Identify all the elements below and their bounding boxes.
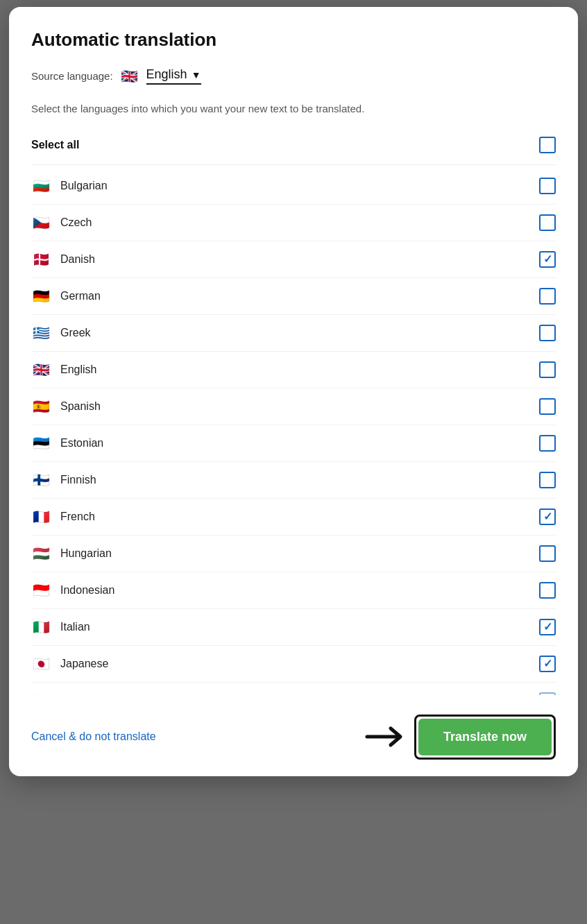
select-all-checkbox[interactable] [539,137,556,153]
list-item: 🇮🇹Italian [31,609,556,646]
list-item: 🇫🇮Finnish [31,462,556,499]
modal-footer: Cancel & do not translate Translate now [31,701,556,776]
lang-left: 🇩🇪German [31,289,101,303]
list-item: 🇬🇧English [31,352,556,388]
lang-flag-icon: 🇩🇰 [31,253,51,266]
lang-checkbox[interactable] [539,545,556,562]
lang-checkbox[interactable] [539,582,556,599]
lang-checkbox[interactable] [539,692,556,695]
lang-name: German [60,290,101,302]
source-language-label: Source language: [31,70,113,82]
modal-container: Automatic translation Source language: 🇬… [9,7,578,776]
lang-name: Korean [60,694,96,695]
list-item: 🇭🇺Hungarian [31,536,556,572]
lang-checkbox[interactable] [539,325,556,341]
lang-flag-icon: 🇮🇩 [31,583,51,597]
modal-title: Automatic translation [31,29,556,51]
lang-left: 🇫🇷French [31,510,95,524]
list-item: 🇨🇿Czech [31,205,556,241]
lang-flag-icon: 🇩🇪 [31,289,51,303]
translate-button-wrapper: Translate now [414,715,556,760]
list-item: 🇩🇰Danish [31,241,556,278]
list-item: 🇯🇵Japanese [31,646,556,683]
select-all-row: Select all [31,131,556,165]
lang-name: Japanese [60,658,108,670]
lang-checkbox[interactable] [539,656,556,672]
lang-left: 🇧🇬Bulgarian [31,179,108,193]
lang-checkbox[interactable] [539,398,556,415]
lang-left: 🇯🇵Japanese [31,657,108,671]
lang-name: Italian [60,621,90,633]
lang-name: Greek [60,327,91,339]
lang-flag-icon: 🇪🇸 [31,400,51,413]
lang-left: 🇬🇷Greek [31,326,91,340]
lang-left: 🇭🇺Hungarian [31,547,112,561]
list-item: 🇮🇩Indonesian [31,572,556,609]
lang-name: Danish [60,253,95,266]
dropdown-arrow-icon: ▼ [192,69,201,80]
lang-name: Estonian [60,437,103,450]
lang-name: English [60,363,96,376]
source-flag-icon: 🇬🇧 [120,69,139,83]
lang-flag-icon: 🇫🇷 [31,510,51,524]
lang-name: Finnish [60,474,96,486]
lang-left: 🇬🇧English [31,363,96,377]
lang-name: Czech [60,216,92,229]
lang-name: Spanish [60,400,101,413]
lang-left: 🇪🇪Estonian [31,436,103,450]
lang-flag-icon: 🇯🇵 [31,657,51,671]
lang-flag-icon: 🇨🇿 [31,216,51,230]
lang-left: 🇪🇸Spanish [31,400,101,413]
lang-checkbox[interactable] [539,508,556,525]
lang-checkbox[interactable] [539,251,556,268]
source-language-value: English [146,67,187,82]
lang-checkbox[interactable] [539,435,556,452]
list-item: 🇩🇪German [31,278,556,315]
lang-left: 🇨🇿Czech [31,216,92,230]
lang-flag-icon: 🇫🇮 [31,473,51,487]
lang-left: 🇰🇷Korean [31,694,96,695]
lang-flag-icon: 🇧🇬 [31,179,51,193]
lang-flag-icon: 🇰🇷 [31,694,51,695]
lang-flag-icon: 🇮🇹 [31,620,51,634]
list-item: 🇰🇷Korean [31,683,556,695]
lang-checkbox[interactable] [539,472,556,488]
lang-flag-icon: 🇪🇪 [31,436,51,450]
lang-checkbox[interactable] [539,619,556,635]
list-item: 🇪🇪Estonian [31,425,556,462]
lang-name: French [60,511,95,523]
list-item: 🇪🇸Spanish [31,388,556,425]
list-item: 🇫🇷French [31,499,556,536]
lang-left: 🇫🇮Finnish [31,473,96,487]
cancel-link[interactable]: Cancel & do not translate [31,730,156,743]
lang-left: 🇩🇰Danish [31,253,95,266]
translate-button[interactable]: Translate now [418,719,552,755]
source-language-row: Source language: 🇬🇧 English ▼ [31,67,556,87]
footer-right: Translate now [364,715,556,760]
arrow-hint [364,724,406,749]
lang-left: 🇮🇹Italian [31,620,90,634]
language-select[interactable]: English ▼ [146,67,201,85]
lang-checkbox[interactable] [539,178,556,194]
lang-checkbox[interactable] [539,214,556,231]
language-list: 🇧🇬Bulgarian🇨🇿Czech🇩🇰Danish🇩🇪German🇬🇷Gree… [31,168,556,695]
list-item: 🇧🇬Bulgarian [31,168,556,205]
lang-flag-icon: 🇬🇷 [31,326,51,340]
lang-flag-icon: 🇭🇺 [31,547,51,561]
list-item: 🇬🇷Greek [31,315,556,352]
lang-name: Hungarian [60,547,112,560]
description-text: Select the languages into which you want… [31,101,556,117]
lang-checkbox[interactable] [539,288,556,305]
lang-flag-icon: 🇬🇧 [31,363,51,377]
lang-checkbox[interactable] [539,361,556,378]
lang-name: Indonesian [60,584,114,597]
lang-left: 🇮🇩Indonesian [31,583,114,597]
lang-name: Bulgarian [60,180,108,192]
select-all-label: Select all [31,139,79,151]
